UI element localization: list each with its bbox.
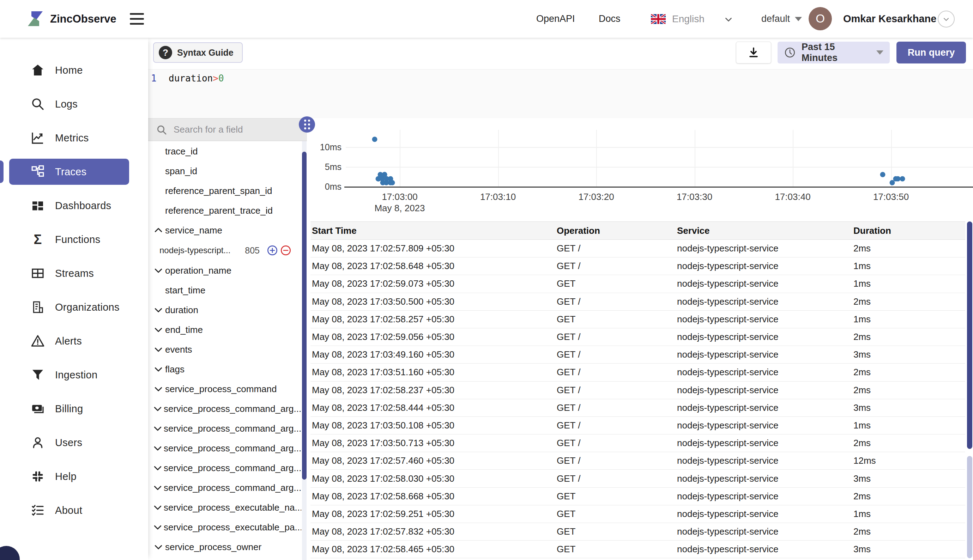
chevron-down-icon[interactable] (152, 521, 163, 533)
table-scrollbar-thumb[interactable] (967, 222, 972, 449)
field-item-service_process_command_arg[interactable]: service_process_command_arg... (148, 458, 301, 478)
scatter-point[interactable] (890, 180, 895, 185)
table-row[interactable]: May 08, 2023 17:02:57.832 +05:30GETnodej… (310, 523, 965, 541)
language-chevron-icon[interactable] (724, 15, 733, 24)
fields-scrollbar-thumb[interactable] (302, 152, 307, 480)
sidebar-item-organizations[interactable]: Organizations (0, 290, 148, 324)
duration-scatter-chart[interactable]: 10ms5ms0ms17:03:0017:03:1017:03:2017:03:… (310, 118, 973, 222)
field-item-service_name[interactable]: service_name (148, 220, 301, 240)
field-item-service_process_command_arg[interactable]: service_process_command_arg... (148, 438, 301, 458)
chevron-down-icon[interactable] (152, 304, 164, 316)
scatter-point[interactable] (382, 172, 387, 177)
field-item-duration[interactable]: duration (148, 300, 301, 320)
openapi-link[interactable]: OpenAPI (536, 0, 575, 38)
field-item-end_time[interactable]: end_time (148, 320, 301, 340)
field-item-flags[interactable]: flags (148, 359, 301, 379)
user-menu-button[interactable] (938, 11, 955, 28)
field-item-service_process_executable_pa[interactable]: service_process_executable_pa... (148, 517, 301, 537)
exclude-filter-icon[interactable] (280, 245, 291, 256)
download-button[interactable] (736, 42, 771, 63)
menu-toggle-icon[interactable] (130, 12, 144, 26)
chevron-down-icon[interactable] (152, 265, 164, 277)
scatter-point[interactable] (895, 176, 901, 181)
field-item-service_process_executable_na[interactable]: service_process_executable_na... (148, 498, 301, 517)
column-header[interactable]: Operation (557, 225, 677, 236)
chevron-down-icon[interactable] (152, 422, 163, 435)
table-row[interactable]: May 08, 2023 17:02:58.648 +05:30GET /nod… (310, 257, 965, 275)
time-range-picker[interactable]: Past 15 Minutes (778, 42, 890, 63)
sidebar-item-users[interactable]: Users (0, 426, 148, 460)
field-item-service_process_command_arg[interactable]: service_process_command_arg... (148, 478, 301, 498)
scatter-point[interactable] (390, 180, 395, 185)
field-item-service_process_command_arg[interactable]: service_process_command_arg... (148, 399, 301, 418)
run-query-button[interactable]: Run query (896, 42, 966, 63)
table-row[interactable]: May 08, 2023 17:03:51.160 +05:30GET /nod… (310, 363, 965, 381)
chevron-down-icon[interactable] (152, 482, 163, 494)
sidebar-item-dashboards[interactable]: Dashboards (0, 189, 148, 223)
field-item-reference_parent_trace_id[interactable]: reference_parent_trace_id (148, 201, 301, 220)
field-item-trace_id[interactable]: trace_id (148, 142, 301, 161)
field-item-events[interactable]: events (148, 340, 301, 359)
chevron-down-icon[interactable] (152, 502, 163, 513)
table-row[interactable]: May 08, 2023 17:02:58.257 +05:30GETnodej… (310, 311, 965, 328)
scatter-point[interactable] (376, 176, 381, 181)
sidebar-item-logs[interactable]: Logs (0, 87, 148, 121)
panel-drag-handle-icon[interactable] (299, 117, 315, 133)
field-item-service_process_owner[interactable]: service_process_owner (148, 537, 301, 557)
query-editor[interactable]: 1 duration > 0 (148, 69, 973, 118)
table-row[interactable]: May 08, 2023 17:02:59.251 +05:30GETnodej… (310, 505, 965, 523)
scatter-point[interactable] (372, 137, 377, 142)
sidebar-item-about[interactable]: About (0, 493, 148, 527)
sidebar-item-functions[interactable]: ΣFunctions (0, 223, 148, 257)
chevron-down-icon[interactable] (152, 442, 163, 454)
table-row[interactable]: May 08, 2023 17:03:50.500 +05:30GET /nod… (310, 293, 965, 311)
table-row[interactable]: May 08, 2023 17:02:59.056 +05:30GET /nod… (310, 328, 965, 346)
column-header[interactable]: Start Time (312, 225, 557, 236)
table-row[interactable]: May 08, 2023 17:02:58.444 +05:30GET /nod… (310, 399, 965, 417)
chevron-up-icon[interactable] (152, 224, 164, 236)
chevron-down-icon[interactable] (152, 383, 164, 395)
field-item-service_process_command_arg[interactable]: service_process_command_arg... (148, 418, 301, 438)
sidebar-item-streams[interactable]: Streams (0, 257, 148, 290)
user-avatar[interactable]: O (809, 7, 832, 30)
chevron-down-icon[interactable] (152, 324, 164, 336)
sidebar-item-home[interactable]: Home (0, 53, 148, 87)
table-row[interactable]: May 08, 2023 17:02:59.073 +05:30GETnodej… (310, 275, 965, 293)
table-row[interactable]: May 08, 2023 17:02:58.668 +05:30GETnodej… (310, 488, 965, 505)
field-item-operation_name[interactable]: operation_name (148, 261, 301, 280)
table-row[interactable]: May 08, 2023 17:02:58.030 +05:30GET /nod… (310, 470, 965, 487)
field-item-start_time[interactable]: start_time (148, 280, 301, 300)
table-row[interactable]: May 08, 2023 17:02:58.465 +05:30GETnodej… (310, 541, 965, 558)
field-item-reference_parent_span_id[interactable]: reference_parent_span_id (148, 181, 301, 201)
scatter-point[interactable] (880, 172, 886, 177)
table-row[interactable]: May 08, 2023 17:02:57.460 +05:30GET /nod… (310, 452, 965, 470)
field-search-bar[interactable] (148, 118, 307, 141)
sidebar-item-metrics[interactable]: Metrics (0, 121, 148, 155)
page-scrollbar-thumb[interactable] (967, 456, 972, 558)
chevron-down-icon[interactable] (152, 343, 164, 355)
table-row[interactable]: May 08, 2023 17:02:58.237 +05:30GET /nod… (310, 382, 965, 399)
docs-link[interactable]: Docs (599, 0, 621, 38)
field-item-service_process_command[interactable]: service_process_command (148, 379, 301, 399)
field-search-input[interactable] (174, 124, 279, 135)
org-selector[interactable]: default (761, 0, 802, 38)
table-row[interactable]: May 08, 2023 17:03:50.713 +05:30GET /nod… (310, 435, 965, 452)
sidebar-item-alerts[interactable]: Alerts (0, 324, 148, 358)
chevron-down-icon[interactable] (152, 462, 163, 474)
chevron-down-icon[interactable] (152, 403, 163, 415)
table-row[interactable]: May 08, 2023 17:03:49.160 +05:30GET /nod… (310, 346, 965, 363)
syntax-guide-button[interactable]: ? Syntax Guide (153, 42, 243, 63)
language-selector[interactable]: English (672, 0, 704, 38)
sidebar-item-billing[interactable]: Billing (0, 392, 148, 426)
column-header[interactable]: Service (677, 225, 853, 236)
field-item-span_id[interactable]: span_id (148, 161, 301, 181)
sidebar-item-ingestion[interactable]: Ingestion (0, 358, 148, 392)
chevron-down-icon[interactable] (152, 541, 164, 553)
chevron-down-icon[interactable] (152, 363, 164, 375)
table-row[interactable]: May 08, 2023 17:03:50.108 +05:30GET /nod… (310, 417, 965, 435)
sidebar-item-help[interactable]: Help (0, 460, 148, 493)
sidebar-item-traces[interactable]: Traces (0, 155, 148, 189)
include-filter-icon[interactable] (267, 245, 278, 256)
table-row[interactable]: May 08, 2023 17:02:57.809 +05:30GET /nod… (310, 240, 965, 257)
column-header[interactable]: Duration (853, 225, 965, 236)
